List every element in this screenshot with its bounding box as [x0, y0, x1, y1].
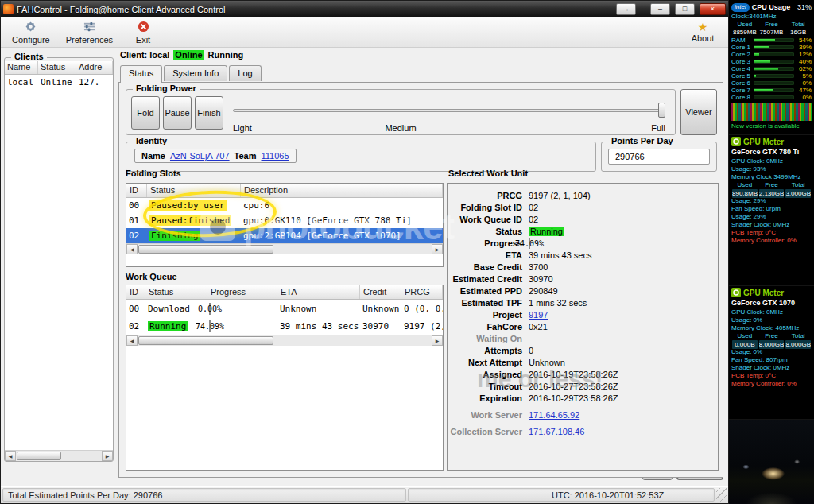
slot-description: gpu:0:GK110 [GeForce GTX 780 Ti]: [241, 215, 443, 226]
wq-col-progress[interactable]: Progress: [207, 285, 277, 299]
clients-col-status[interactable]: Status: [38, 61, 76, 74]
clients-col-address[interactable]: Addre: [76, 61, 113, 74]
wq-col-eta[interactable]: ETA: [277, 285, 360, 299]
gpu-name: GeForce GTX 780 Ti: [731, 148, 812, 157]
exit-button[interactable]: Exit: [122, 19, 164, 46]
identity-name-label: Name: [141, 151, 165, 161]
about-button[interactable]: ★ About: [682, 19, 723, 46]
folding-power-group: Folding Power Fold Pause Finish Light Me…: [126, 89, 676, 135]
swu-value: 39 mins 43 secs: [527, 250, 718, 262]
swu-status-badge: Running: [527, 226, 718, 238]
scrollbar-thumb[interactable]: [138, 336, 273, 345]
slot-row-02-selected[interactable]: 02 Finishing gpu:2:GP104 [GeForce GTX 10…: [126, 228, 443, 243]
swu-value: 290849: [527, 285, 718, 297]
swu-label: Estimated Credit: [448, 273, 527, 285]
cpu-clock: Clock:3401MHz: [731, 13, 812, 21]
wq-row-00[interactable]: 00 Download 0.00% Unknown Unknown 0 (0, …: [126, 300, 443, 317]
wq-col-prcg[interactable]: PRCG: [401, 285, 443, 299]
about-label: About: [692, 33, 715, 43]
scrollbar-thumb[interactable]: [138, 245, 273, 254]
wq-progress: 74.09%: [207, 321, 277, 331]
slot-status: Paused:finished: [147, 215, 241, 226]
app-icon: [3, 4, 14, 14]
wq-col-id[interactable]: ID: [126, 285, 145, 299]
gpu-memory-controller: Memory Controller: 0%: [731, 380, 812, 388]
selected-work-unit-title: Selected Work Unit: [448, 169, 528, 178]
clients-col-name[interactable]: Name: [5, 61, 38, 74]
swu-label: FahCore: [448, 321, 527, 333]
swu-label: Next Attempt: [448, 357, 527, 369]
gpu-usage: Usage: 93%: [731, 165, 812, 173]
gpu-memory-controller: Memory Controller: 0%: [731, 237, 812, 245]
resize-grip[interactable]: [716, 488, 727, 502]
gpu-pcb-temp: PCB Temp: 0°C: [731, 372, 812, 380]
gpu-mem-clock: Memory Clock 3499MHz: [731, 173, 812, 181]
pause-button[interactable]: Pause: [163, 96, 192, 130]
temperature-graph: [731, 103, 812, 121]
gpu-mem-usage: Usage: 0%: [731, 348, 812, 356]
tab-status[interactable]: Status: [120, 65, 162, 83]
identity-group: Identity Name AzN-SoLjA 707 Team 111065: [126, 142, 596, 172]
gpu-fan-speed: Fan Speed: 0rpm: [731, 205, 812, 213]
slots-col-description[interactable]: Description: [241, 184, 443, 197]
wq-row-02[interactable]: 02 Running 74.09% 39 mins 43 secs 30970 …: [126, 317, 443, 335]
slots-col-id[interactable]: ID: [126, 184, 147, 197]
new-version-link[interactable]: New version is available: [731, 122, 812, 131]
power-slider-thumb[interactable]: [658, 103, 665, 118]
client-row-local[interactable]: local Online 127.: [5, 75, 113, 89]
folding-slots-table: ID Status Description 00 Paused:by user …: [126, 183, 444, 267]
maximize-icon: □: [683, 6, 687, 13]
slots-hscrollbar[interactable]: ◀ ▶: [126, 243, 443, 254]
scroll-left-icon[interactable]: ◀: [5, 451, 16, 461]
swu-label: Estimated TPF: [448, 297, 527, 309]
wq-hscrollbar[interactable]: ◀ ▶: [126, 335, 443, 346]
statusbar-ppd: Total Estimated Points Per Day: 290766: [2, 488, 406, 502]
client-header: Client: local Online Running: [120, 50, 243, 60]
core-meter: Core 80%: [731, 94, 812, 101]
scrollbar-thumb[interactable]: [17, 452, 61, 460]
work-queue-title: Work Queue: [126, 272, 177, 281]
swu-project-link[interactable]: 9197: [527, 309, 718, 321]
scroll-left-icon[interactable]: ◀: [126, 335, 138, 346]
gpu-mem-clock: Memory Clock: 405MHz: [731, 324, 812, 332]
fold-button[interactable]: Fold: [131, 96, 160, 130]
slots-col-status[interactable]: Status: [147, 184, 241, 197]
gpu-shader-clock: Shader Clock: 0MHz: [731, 364, 812, 372]
finish-button[interactable]: Finish: [195, 96, 223, 130]
titlebar[interactable]: FAHControl - Folding@home Client Advance…: [1, 1, 728, 17]
identity-name-link[interactable]: AzN-SoLjA 707: [170, 151, 230, 161]
gpu-shader-clock: Shader Clock: 0MHz: [731, 221, 812, 229]
power-slider-track[interactable]: [233, 109, 665, 112]
client-name: local: [5, 77, 38, 87]
slot-id: 02: [126, 231, 147, 241]
slot-row-00[interactable]: 00 Paused:by user cpu:6: [126, 198, 443, 213]
gpu-mem-values: 0.000B8.000GB8.000GB: [731, 340, 812, 348]
scroll-left-icon[interactable]: ◀: [126, 244, 138, 254]
scroll-right-icon[interactable]: ▶: [432, 335, 443, 346]
close-button[interactable]: ×: [700, 3, 726, 15]
statusbar: Total Estimated Points Per Day: 290766 U…: [1, 486, 728, 503]
statusbar-utc: UTC: 2016-10-20T01:52:53Z: [408, 488, 715, 502]
slot-row-01[interactable]: 01 Paused:finished gpu:0:GK110 [GeForce …: [126, 213, 443, 228]
slot-id: 01: [126, 215, 147, 226]
wq-col-status[interactable]: Status: [145, 285, 207, 299]
scroll-right-icon[interactable]: ▶: [102, 451, 113, 461]
swu-label: Work Queue ID: [448, 214, 527, 226]
client-status: Online: [38, 77, 76, 87]
viewer-button[interactable]: Viewer: [680, 89, 717, 135]
clients-hscrollbar[interactable]: ◀ ▶: [5, 450, 113, 461]
tab-log[interactable]: Log: [229, 65, 261, 81]
preferences-button[interactable]: Preferences: [60, 19, 119, 46]
swu-collection-server-link[interactable]: 171.67.108.46: [527, 426, 718, 438]
configure-button[interactable]: Configure: [6, 19, 56, 46]
swu-work-server-link[interactable]: 171.64.65.92: [527, 409, 718, 421]
swu-value: 0: [527, 345, 718, 357]
tab-system-info[interactable]: System Info: [164, 65, 227, 81]
popout-button[interactable]: →: [616, 3, 636, 15]
screen: FAHControl - Folding@home Client Advance…: [0, 0, 814, 504]
wq-col-credit[interactable]: Credit: [360, 285, 401, 299]
minimize-button[interactable]: –: [650, 3, 670, 15]
scroll-right-icon[interactable]: ▶: [432, 244, 443, 254]
maximize-button[interactable]: □: [675, 3, 695, 15]
identity-team-link[interactable]: 111065: [262, 151, 289, 161]
